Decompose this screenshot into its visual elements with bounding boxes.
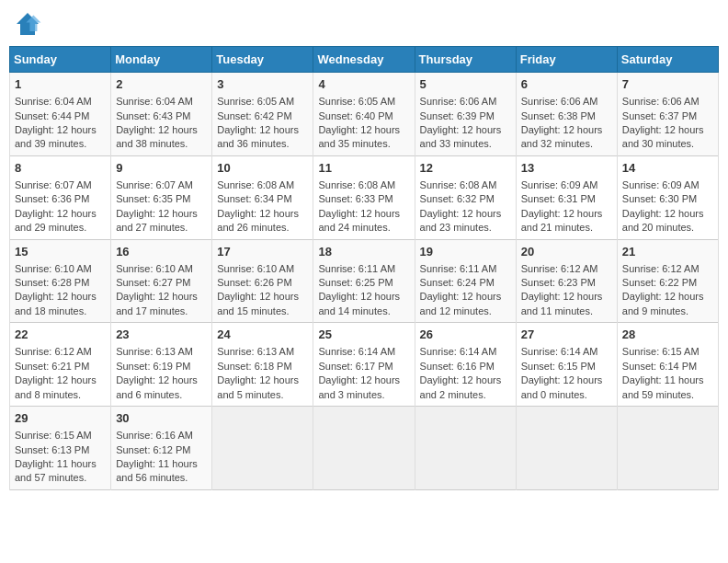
day-info-line: Sunrise: 6:14 AM bbox=[318, 345, 409, 359]
day-number: 26 bbox=[420, 327, 511, 343]
week-row-3: 15Sunrise: 6:10 AMSunset: 6:28 PMDayligh… bbox=[10, 239, 719, 323]
day-info-line: Sunrise: 6:11 AM bbox=[318, 262, 409, 276]
day-info-line: Sunrise: 6:14 AM bbox=[420, 345, 511, 359]
day-info-line: Sunset: 6:27 PM bbox=[116, 276, 207, 290]
day-info-line: Daylight: 12 hours bbox=[420, 290, 511, 304]
day-info-line: Daylight: 12 hours bbox=[420, 373, 511, 387]
day-info-line: and 14 minutes. bbox=[318, 304, 409, 318]
day-info-line: Daylight: 12 hours bbox=[15, 207, 106, 221]
day-number: 30 bbox=[116, 410, 207, 427]
calendar-header: SundayMondayTuesdayWednesdayThursdayFrid… bbox=[10, 47, 719, 73]
calendar-body: 1Sunrise: 6:04 AMSunset: 6:44 PMDaylight… bbox=[10, 73, 719, 490]
day-info-line: Sunset: 6:42 PM bbox=[217, 109, 308, 123]
day-info-line: Daylight: 12 hours bbox=[622, 207, 713, 221]
day-info-line: Daylight: 12 hours bbox=[318, 207, 409, 221]
day-info-line: Sunset: 6:14 PM bbox=[622, 360, 713, 373]
day-info-line: Daylight: 12 hours bbox=[217, 207, 308, 221]
calendar-cell: 23Sunrise: 6:13 AMSunset: 6:19 PMDayligh… bbox=[111, 323, 212, 407]
day-info-line: Sunset: 6:26 PM bbox=[217, 276, 308, 290]
day-info-line: and 56 minutes. bbox=[116, 471, 207, 485]
day-info-line: and 35 minutes. bbox=[318, 137, 409, 151]
day-info-line: and 0 minutes. bbox=[521, 388, 612, 402]
day-number: 6 bbox=[521, 76, 612, 93]
day-info-line: Sunrise: 6:10 AM bbox=[116, 262, 207, 276]
day-info-line: Sunrise: 6:16 AM bbox=[116, 429, 207, 442]
day-info-line: Sunset: 6:25 PM bbox=[318, 276, 409, 290]
calendar-cell: 28Sunrise: 6:15 AMSunset: 6:14 PMDayligh… bbox=[617, 323, 718, 407]
calendar-cell: 22Sunrise: 6:12 AMSunset: 6:21 PMDayligh… bbox=[10, 323, 111, 407]
day-info-line: Daylight: 12 hours bbox=[318, 290, 409, 304]
day-info-line: Sunset: 6:12 PM bbox=[116, 443, 207, 457]
day-info-line: and 59 minutes. bbox=[622, 388, 713, 402]
day-info-line: Sunrise: 6:14 AM bbox=[521, 345, 612, 359]
day-number: 11 bbox=[318, 160, 409, 177]
day-number: 16 bbox=[116, 244, 207, 260]
header-wednesday: Wednesday bbox=[313, 47, 415, 73]
day-info-line: Sunset: 6:17 PM bbox=[318, 360, 409, 373]
day-info-line: Daylight: 12 hours bbox=[420, 123, 511, 137]
day-info-line: and 38 minutes. bbox=[116, 137, 207, 151]
day-info-line: Daylight: 12 hours bbox=[217, 373, 308, 387]
day-info-line: Sunset: 6:34 PM bbox=[217, 192, 308, 206]
day-info-line: and 5 minutes. bbox=[217, 388, 308, 402]
header-sunday: Sunday bbox=[10, 47, 111, 73]
day-number: 12 bbox=[420, 160, 511, 177]
day-info-line: and 32 minutes. bbox=[521, 137, 612, 151]
logo-icon bbox=[13, 9, 42, 39]
calendar-cell: 1Sunrise: 6:04 AMSunset: 6:44 PMDaylight… bbox=[10, 73, 111, 156]
day-info-line: Sunrise: 6:12 AM bbox=[521, 262, 612, 276]
day-info-line: and 21 minutes. bbox=[521, 221, 612, 235]
day-info-line: and 24 minutes. bbox=[318, 221, 409, 235]
day-info-line: Daylight: 11 hours bbox=[116, 457, 207, 471]
day-info-line: Sunset: 6:24 PM bbox=[420, 276, 511, 290]
day-number: 10 bbox=[217, 160, 308, 177]
day-info-line: Sunrise: 6:15 AM bbox=[15, 429, 106, 442]
day-info-line: Sunrise: 6:15 AM bbox=[622, 345, 713, 359]
day-info-line: Daylight: 12 hours bbox=[15, 123, 106, 137]
day-info-line: Sunset: 6:22 PM bbox=[622, 276, 713, 290]
calendar-cell: 2Sunrise: 6:04 AMSunset: 6:43 PMDaylight… bbox=[111, 73, 212, 156]
day-info-line: Sunrise: 6:05 AM bbox=[217, 95, 308, 109]
day-info-line: and 26 minutes. bbox=[217, 221, 308, 235]
calendar-cell: 8Sunrise: 6:07 AMSunset: 6:36 PMDaylight… bbox=[10, 155, 111, 239]
day-info-line: and 27 minutes. bbox=[116, 221, 207, 235]
calendar-cell bbox=[516, 407, 617, 490]
calendar-table: SundayMondayTuesdayWednesdayThursdayFrid… bbox=[9, 46, 719, 490]
day-info-line: Daylight: 12 hours bbox=[116, 207, 207, 221]
day-info-line: Sunrise: 6:06 AM bbox=[622, 95, 713, 109]
day-number: 25 bbox=[318, 327, 409, 343]
day-info-line: Daylight: 12 hours bbox=[15, 373, 106, 387]
day-info-line: Sunrise: 6:08 AM bbox=[318, 178, 409, 192]
day-number: 8 bbox=[15, 160, 106, 177]
calendar-cell bbox=[415, 407, 516, 490]
day-number: 20 bbox=[521, 244, 612, 260]
calendar-cell: 20Sunrise: 6:12 AMSunset: 6:23 PMDayligh… bbox=[516, 239, 617, 323]
day-info-line: Sunrise: 6:12 AM bbox=[15, 345, 106, 359]
day-info-line: and 18 minutes. bbox=[15, 304, 106, 318]
header-tuesday: Tuesday bbox=[212, 47, 313, 73]
day-info-line: Sunset: 6:39 PM bbox=[420, 109, 511, 123]
header-friday: Friday bbox=[516, 47, 617, 73]
day-info-line: Daylight: 12 hours bbox=[521, 290, 612, 304]
day-info-line: Daylight: 12 hours bbox=[15, 290, 106, 304]
day-info-line: Sunset: 6:15 PM bbox=[521, 360, 612, 373]
day-number: 17 bbox=[217, 244, 308, 260]
day-number: 7 bbox=[622, 76, 713, 93]
day-info-line: and 23 minutes. bbox=[420, 221, 511, 235]
day-info-line: and 15 minutes. bbox=[217, 304, 308, 318]
header-monday: Monday bbox=[111, 47, 212, 73]
calendar-cell: 7Sunrise: 6:06 AMSunset: 6:37 PMDaylight… bbox=[617, 73, 718, 156]
day-number: 14 bbox=[622, 160, 713, 177]
day-number: 1 bbox=[15, 76, 106, 93]
day-info-line: and 57 minutes. bbox=[15, 471, 106, 485]
day-info-line: and 9 minutes. bbox=[622, 304, 713, 318]
week-row-5: 29Sunrise: 6:15 AMSunset: 6:13 PMDayligh… bbox=[10, 407, 719, 490]
day-info-line: Sunrise: 6:13 AM bbox=[217, 345, 308, 359]
day-info-line: Sunrise: 6:08 AM bbox=[420, 178, 511, 192]
day-info-line: Daylight: 12 hours bbox=[521, 207, 612, 221]
day-info-line: Sunset: 6:13 PM bbox=[15, 443, 106, 457]
day-info-line: Sunset: 6:33 PM bbox=[318, 192, 409, 206]
calendar-cell: 13Sunrise: 6:09 AMSunset: 6:31 PMDayligh… bbox=[516, 155, 617, 239]
day-info-line: Sunset: 6:30 PM bbox=[622, 192, 713, 206]
day-number: 22 bbox=[15, 327, 106, 343]
